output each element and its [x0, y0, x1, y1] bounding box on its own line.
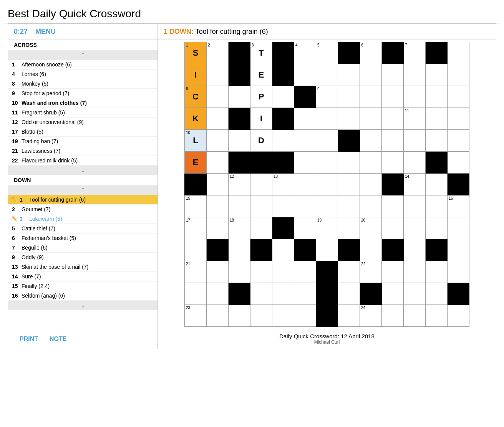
across-clue-8[interactable]: 8 Monkey (5) — [8, 79, 158, 89]
grid-cell-r4c11[interactable]: 11 — [404, 108, 426, 130]
grid-cell-r5c7[interactable] — [316, 130, 338, 152]
grid-cell-r6c2[interactable] — [207, 152, 229, 174]
grid-cell-r10c13[interactable] — [448, 239, 469, 261]
grid-cell-r6c6[interactable] — [294, 152, 316, 174]
grid-cell-r11c13[interactable] — [448, 261, 469, 283]
grid-cell-r7c2[interactable] — [207, 174, 229, 195]
down-scroll-down[interactable]: ⌄ — [8, 301, 158, 310]
grid-cell-r3c2[interactable] — [207, 86, 229, 108]
down-clue-7[interactable]: 7 Beguile (6) — [8, 243, 158, 253]
grid-cell-r3c4[interactable]: P — [250, 86, 272, 108]
grid-cell-r1c6[interactable]: 4 — [294, 42, 316, 64]
grid-cell-r5c5[interactable] — [272, 130, 294, 152]
down-clue-1[interactable]: ✏️ 1 Tool for cutting grain (6) — [8, 195, 158, 205]
grid-cell-r2c7[interactable] — [316, 64, 338, 86]
grid-cell-r7c8[interactable] — [338, 174, 360, 195]
grid-cell-r5c9[interactable] — [360, 130, 382, 152]
grid-cell-r7c12[interactable] — [426, 174, 448, 195]
grid-cell-r1c13[interactable] — [448, 42, 469, 64]
grid-cell-r5c12[interactable] — [426, 130, 448, 152]
down-scroll-up[interactable]: ⌃ — [8, 185, 158, 195]
grid-cell-r11c2[interactable] — [207, 261, 229, 283]
across-clue-22[interactable]: 22 Flavoured milk drink (5) — [8, 156, 158, 166]
grid-cell-r13c6[interactable] — [294, 305, 316, 327]
grid-cell-r2c1[interactable]: I — [185, 64, 207, 86]
grid-cell-r3c10[interactable] — [382, 86, 404, 108]
grid-cell-r5c13[interactable] — [448, 130, 469, 152]
grid-cell-r3c13[interactable] — [448, 86, 469, 108]
grid-cell-r9c12[interactable] — [426, 217, 448, 239]
grid-cell-r11c1[interactable]: 21 — [185, 261, 207, 283]
grid-cell-r7c9[interactable] — [360, 174, 382, 195]
grid-cell-r3c9[interactable] — [360, 86, 382, 108]
grid-cell-r9c8[interactable] — [338, 217, 360, 239]
grid-cell-r8c3[interactable] — [229, 195, 250, 217]
grid-cell-r9c7[interactable]: 19 — [316, 217, 338, 239]
grid-cell-r8c10[interactable] — [382, 195, 404, 217]
grid-cell-r8c11[interactable] — [404, 195, 426, 217]
grid-cell-r13c5[interactable] — [272, 305, 294, 327]
grid-cell-r13c9[interactable]: 24 — [360, 305, 382, 327]
grid-cell-r7c11[interactable]: 14 — [404, 174, 426, 195]
grid-cell-r12c2[interactable] — [207, 283, 229, 305]
grid-cell-r6c10[interactable] — [382, 152, 404, 174]
grid-cell-r2c8[interactable] — [338, 64, 360, 86]
menu-button[interactable]: MENU — [35, 28, 56, 36]
grid-cell-r6c1[interactable]: E — [185, 152, 207, 174]
grid-cell-r12c10[interactable] — [382, 283, 404, 305]
down-clue-9[interactable]: 9 Oddly (9) — [8, 253, 158, 262]
across-clue-4[interactable]: 4 Lorries (6) — [8, 70, 158, 79]
grid-cell-r11c8[interactable] — [338, 261, 360, 283]
grid-cell-r2c6[interactable] — [294, 64, 316, 86]
grid-cell-r4c7[interactable] — [316, 108, 338, 130]
grid-cell-r4c8[interactable] — [338, 108, 360, 130]
grid-cell-r5c10[interactable] — [382, 130, 404, 152]
grid-cell-r13c2[interactable] — [207, 305, 229, 327]
down-clue-13[interactable]: 13 Skin at the base of a nail (7) — [8, 262, 158, 272]
grid-cell-r3c7[interactable]: 9 — [316, 86, 338, 108]
down-clue-2[interactable]: 2 Gourmet (7) — [8, 205, 158, 214]
grid-cell-r9c11[interactable] — [404, 217, 426, 239]
grid-cell-r5c6[interactable] — [294, 130, 316, 152]
crossword-grid[interactable]: 1S 2 3T — [184, 42, 469, 327]
grid-cell-r12c4[interactable] — [250, 283, 272, 305]
grid-cell-r11c4[interactable] — [250, 261, 272, 283]
grid-cell-r2c11[interactable] — [404, 64, 426, 86]
grid-cell-r2c9[interactable] — [360, 64, 382, 86]
grid-cell-r7c7[interactable] — [316, 174, 338, 195]
grid-cell-r5c1[interactable]: 10L — [185, 130, 207, 152]
grid-cell-r4c4[interactable]: I — [250, 108, 272, 130]
grid-cell-r9c2[interactable] — [207, 217, 229, 239]
grid-cell-r9c3[interactable]: 18 — [229, 217, 250, 239]
grid-cell-r1c11[interactable]: 7 — [404, 42, 426, 64]
grid-cell-r13c1[interactable]: 23 — [185, 305, 207, 327]
grid-cell-r6c9[interactable] — [360, 152, 382, 174]
grid-cell-r5c3[interactable] — [229, 130, 250, 152]
grid-cell-r9c6[interactable] — [294, 217, 316, 239]
across-scroll-down[interactable]: ⌄ — [8, 166, 158, 175]
grid-cell-r12c8[interactable] — [338, 283, 360, 305]
grid-cell-r12c11[interactable] — [404, 283, 426, 305]
across-scroll-up[interactable]: ⌃ — [8, 50, 158, 60]
grid-cell-r4c2[interactable] — [207, 108, 229, 130]
grid-cell-r5c4[interactable]: D — [250, 130, 272, 152]
grid-cell-r11c6[interactable] — [294, 261, 316, 283]
grid-cell-r2c12[interactable] — [426, 64, 448, 86]
grid-cell-r8c9[interactable] — [360, 195, 382, 217]
grid-cell-r13c8[interactable] — [338, 305, 360, 327]
grid-cell-r3c12[interactable] — [426, 86, 448, 108]
grid-cell-r4c9[interactable] — [360, 108, 382, 130]
grid-cell-r4c13[interactable] — [448, 108, 469, 130]
grid-cell-r7c3[interactable]: 12 — [229, 174, 250, 195]
grid-cell-r13c11[interactable] — [404, 305, 426, 327]
grid-cell-r13c4[interactable] — [250, 305, 272, 327]
grid-cell-r8c2[interactable] — [207, 195, 229, 217]
grid-cell-r10c11[interactable] — [404, 239, 426, 261]
grid-cell-r13c3[interactable] — [229, 305, 250, 327]
grid-cell-r7c5[interactable]: 13 — [272, 174, 294, 195]
grid-cell-r8c5[interactable] — [272, 195, 294, 217]
grid-cell-r9c13[interactable] — [448, 217, 469, 239]
across-clue-19[interactable]: 19 Trading ban (7) — [8, 137, 158, 146]
grid-cell-r11c10[interactable] — [382, 261, 404, 283]
grid-cell-r6c11[interactable] — [404, 152, 426, 174]
